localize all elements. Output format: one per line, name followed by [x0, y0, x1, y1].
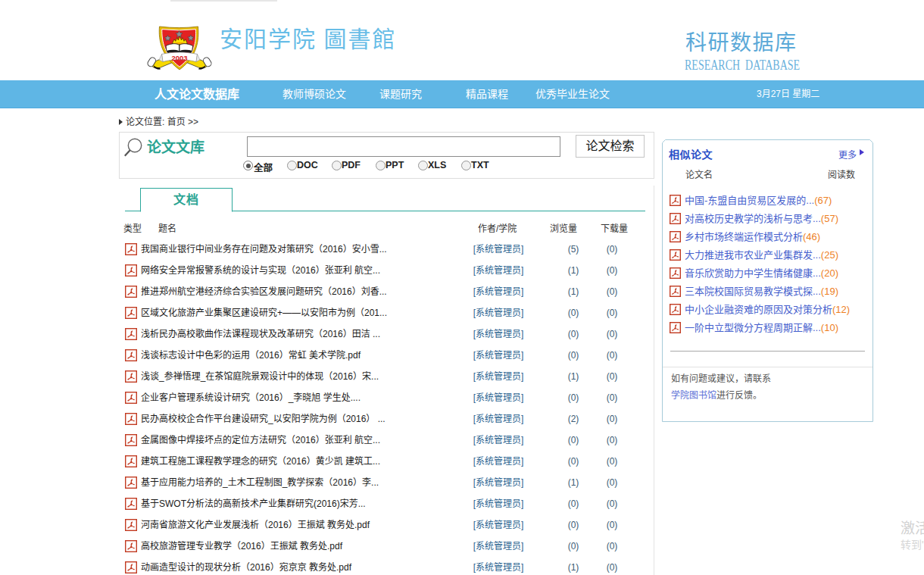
svg-text:2003: 2003	[171, 54, 187, 62]
